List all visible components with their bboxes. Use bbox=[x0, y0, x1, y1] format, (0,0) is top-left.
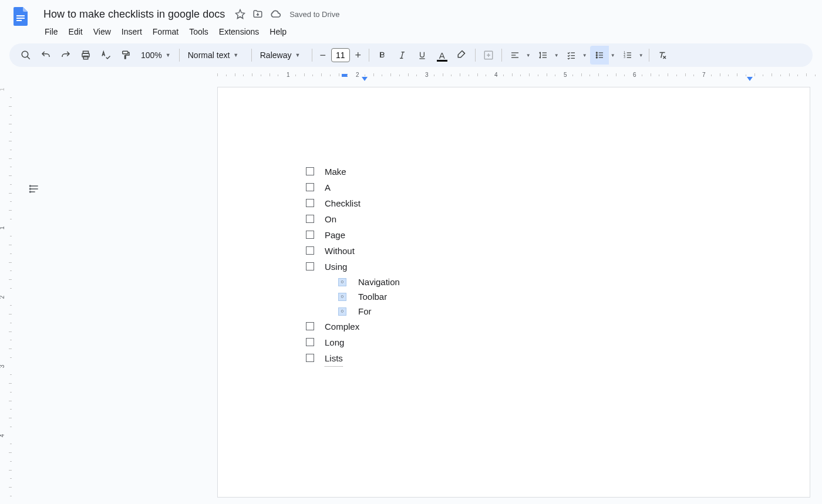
sublist-item-text[interactable]: Navigation bbox=[358, 275, 400, 289]
menu-help[interactable]: Help bbox=[265, 25, 291, 39]
svg-point-43 bbox=[30, 188, 31, 190]
font-size-input[interactable] bbox=[331, 48, 350, 62]
svg-point-3 bbox=[22, 51, 28, 57]
checklist-item-text[interactable]: Without bbox=[325, 243, 355, 259]
checklist-item[interactable]: Page bbox=[306, 227, 739, 243]
checklist-item[interactable]: Make bbox=[306, 164, 739, 180]
outline-toggle-icon[interactable] bbox=[28, 183, 42, 197]
checkbox-icon[interactable] bbox=[306, 246, 314, 255]
checkbox-icon[interactable] bbox=[306, 338, 314, 346]
svg-line-11 bbox=[401, 52, 403, 59]
sublist-item-text[interactable]: For bbox=[358, 304, 372, 319]
checkbox-icon[interactable] bbox=[306, 322, 314, 330]
zoom-dropdown[interactable]: 100%▼ bbox=[136, 46, 176, 65]
bold-icon[interactable] bbox=[373, 46, 392, 65]
text-color-icon[interactable]: A bbox=[433, 46, 452, 65]
paint-format-icon[interactable] bbox=[116, 46, 135, 65]
left-indent-marker[interactable] bbox=[362, 77, 368, 81]
clear-formatting-icon[interactable] bbox=[653, 46, 672, 65]
checklist-item[interactable]: Long bbox=[306, 334, 739, 350]
cloud-icon[interactable] bbox=[269, 8, 281, 20]
chevron-down-icon: ▼ bbox=[637, 46, 645, 65]
menu-insert[interactable]: Insert bbox=[117, 25, 147, 39]
svg-rect-0 bbox=[16, 15, 25, 16]
checkbox-icon[interactable] bbox=[306, 199, 314, 207]
checkbox-icon[interactable] bbox=[306, 354, 314, 362]
checkbox-icon[interactable] bbox=[306, 183, 314, 191]
svg-text:3: 3 bbox=[624, 56, 625, 59]
redo-icon[interactable] bbox=[56, 46, 75, 65]
move-icon[interactable] bbox=[252, 8, 264, 20]
checkbox-icon[interactable] bbox=[306, 231, 314, 239]
document-title[interactable]: How to make checklists in google docs bbox=[40, 7, 228, 22]
style-dropdown[interactable]: Normal text▼ bbox=[183, 46, 248, 65]
align-dropdown[interactable]: ▼ bbox=[506, 46, 533, 65]
checklist-item-text[interactable]: Complex bbox=[325, 319, 359, 334]
header: How to make checklists in google docs Sa… bbox=[0, 0, 822, 39]
sublist-item[interactable]: ○For bbox=[338, 304, 739, 319]
chevron-down-icon: ▼ bbox=[295, 52, 300, 58]
italic-icon[interactable] bbox=[393, 46, 412, 65]
menu-file[interactable]: File bbox=[40, 25, 63, 39]
toolbar: 100%▼ Normal text▼ Raleway▼ − + A ▼ ▼ ▼ … bbox=[9, 43, 813, 67]
right-indent-marker[interactable] bbox=[747, 77, 753, 81]
separator bbox=[475, 49, 476, 62]
menu-view[interactable]: View bbox=[89, 25, 116, 39]
menu-bar: File Edit View Insert Format Tools Exten… bbox=[40, 25, 813, 39]
insert-image-icon[interactable] bbox=[479, 46, 498, 65]
checklist-item-text[interactable]: A bbox=[325, 180, 331, 195]
sublist-item[interactable]: ○Navigation bbox=[338, 275, 739, 289]
search-icon[interactable] bbox=[16, 46, 35, 65]
checklist-item-text[interactable]: On bbox=[325, 211, 336, 227]
checklist-item-text[interactable]: Using bbox=[325, 259, 347, 275]
sublist-item[interactable]: ○Toolbar bbox=[338, 289, 739, 304]
menu-edit[interactable]: Edit bbox=[64, 25, 87, 39]
line-spacing-dropdown[interactable]: ▼ bbox=[534, 46, 561, 65]
checkbox-icon[interactable] bbox=[306, 262, 314, 270]
increase-font-icon[interactable]: + bbox=[351, 48, 365, 62]
star-icon[interactable] bbox=[234, 8, 246, 20]
checklist-item[interactable]: Using bbox=[306, 259, 739, 275]
saved-status[interactable]: Saved to Drive bbox=[289, 10, 339, 19]
print-icon[interactable] bbox=[76, 46, 95, 65]
checklist-item-text[interactable]: Checklist bbox=[325, 195, 361, 211]
font-value: Raleway bbox=[260, 50, 292, 60]
checkbox-icon[interactable] bbox=[306, 167, 314, 175]
undo-icon[interactable] bbox=[36, 46, 55, 65]
toolbar-container: 100%▼ Normal text▼ Raleway▼ − + A ▼ ▼ ▼ … bbox=[0, 39, 822, 72]
font-dropdown[interactable]: Raleway▼ bbox=[255, 46, 308, 65]
checklist-item[interactable]: A bbox=[306, 180, 739, 195]
checklist-dropdown[interactable]: ▼ bbox=[562, 46, 589, 65]
separator bbox=[369, 49, 369, 62]
separator bbox=[501, 49, 502, 62]
chevron-down-icon: ▼ bbox=[524, 46, 533, 65]
checklist-item[interactable]: On bbox=[306, 211, 739, 227]
checklist-item[interactable]: Without bbox=[306, 243, 739, 259]
menu-extensions[interactable]: Extensions bbox=[214, 25, 264, 39]
checklist-item-text[interactable]: Long bbox=[325, 334, 344, 350]
horizontal-ruler[interactable]: 1234567 bbox=[13, 72, 822, 81]
menu-format[interactable]: Format bbox=[148, 25, 183, 39]
highlight-icon[interactable] bbox=[453, 46, 471, 65]
bulleted-list-dropdown[interactable]: ▼ bbox=[590, 46, 617, 65]
spellcheck-icon[interactable] bbox=[96, 46, 115, 65]
sublist-item-text[interactable]: Toolbar bbox=[358, 289, 387, 304]
header-content: How to make checklists in google docs Sa… bbox=[40, 5, 813, 39]
checklist-item[interactable]: Checklist bbox=[306, 195, 739, 211]
document-page[interactable]: MakeAChecklistOnPageWithoutUsing○Navigat… bbox=[217, 87, 810, 498]
checklist-item-text[interactable]: Make bbox=[325, 164, 346, 180]
checklist-item[interactable]: Complex bbox=[306, 319, 739, 334]
checklist-icon bbox=[562, 46, 581, 65]
underline-icon[interactable] bbox=[413, 46, 432, 65]
decrease-font-icon[interactable]: − bbox=[316, 48, 330, 62]
checklist-item[interactable]: Lists bbox=[306, 350, 739, 367]
checklist-item-text[interactable]: Lists bbox=[325, 350, 343, 367]
checklist-item-text[interactable]: Page bbox=[325, 227, 345, 243]
numbered-list-dropdown[interactable]: 123▼ bbox=[618, 46, 645, 65]
vertical-ruler[interactable]: 11234 bbox=[0, 72, 13, 499]
bullet-icon: ○ bbox=[338, 278, 346, 286]
docs-logo-icon[interactable] bbox=[9, 5, 33, 28]
align-left-icon bbox=[506, 46, 524, 65]
checkbox-icon[interactable] bbox=[306, 215, 314, 223]
menu-tools[interactable]: Tools bbox=[184, 25, 213, 39]
